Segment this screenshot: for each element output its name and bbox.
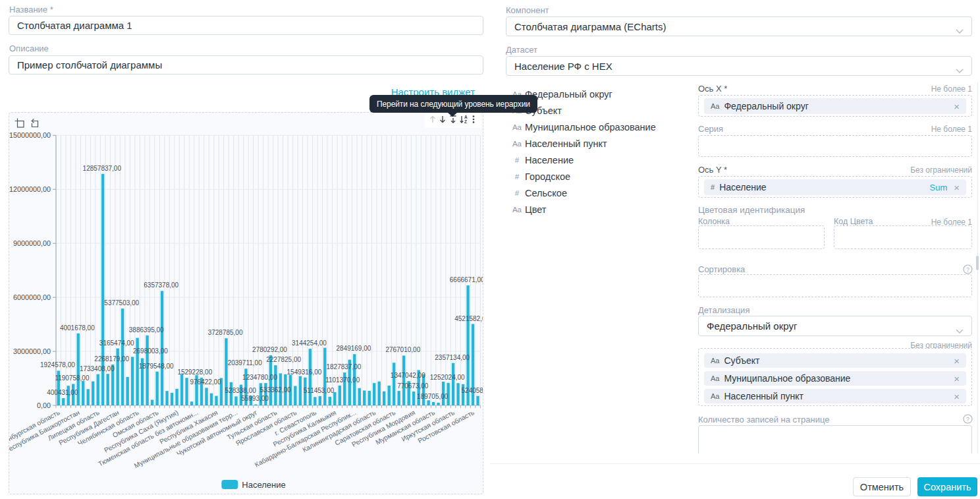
aggregation-tag[interactable]: Sum bbox=[930, 183, 948, 192]
bar[interactable] bbox=[437, 403, 439, 405]
series-dropzone[interactable] bbox=[698, 135, 972, 157]
bar[interactable] bbox=[368, 391, 371, 405]
detail-chip-subject[interactable]: Aa Субъект × bbox=[704, 353, 966, 368]
detail-chip-municipality[interactable]: Aa Муниципальное образование × bbox=[704, 371, 966, 386]
bar[interactable] bbox=[456, 383, 459, 405]
bar[interactable] bbox=[92, 382, 94, 405]
bar[interactable] bbox=[274, 365, 277, 405]
text-type-icon: Aa bbox=[511, 140, 523, 148]
bar[interactable] bbox=[190, 401, 193, 405]
color-column-dropzone[interactable] bbox=[698, 225, 825, 249]
move-down-icon[interactable] bbox=[438, 115, 447, 127]
axis-x-dropzone[interactable]: Aa Федеральный округ × bbox=[698, 95, 972, 117]
bar[interactable] bbox=[210, 394, 213, 405]
bar[interactable] bbox=[402, 355, 405, 405]
help-icon[interactable]: ? bbox=[963, 264, 973, 274]
axis-y-chip[interactable]: # Население Sum × bbox=[704, 179, 966, 195]
bar[interactable] bbox=[476, 396, 479, 405]
detail-select[interactable]: Федеральный округ bbox=[698, 316, 972, 336]
field-item-urban[interactable]: # Городское bbox=[511, 168, 570, 185]
field-item-municipality[interactable]: Aa Муниципальное образование bbox=[511, 119, 656, 135]
bar[interactable] bbox=[171, 393, 173, 405]
bar[interactable] bbox=[358, 388, 361, 405]
svg-text:1234780,00: 1234780,00 bbox=[242, 374, 277, 381]
bar[interactable] bbox=[313, 397, 316, 405]
bar[interactable] bbox=[299, 376, 302, 405]
bar[interactable] bbox=[86, 389, 89, 405]
save-button[interactable]: Сохранить bbox=[917, 477, 977, 496]
bar[interactable] bbox=[205, 388, 207, 405]
dataset-select[interactable]: Население РФ с HEX bbox=[506, 56, 972, 76]
bar[interactable] bbox=[185, 378, 188, 405]
bar[interactable] bbox=[388, 386, 391, 405]
remove-chip-icon[interactable]: × bbox=[954, 183, 960, 192]
bar[interactable] bbox=[254, 404, 257, 405]
axis-y-dropzone[interactable]: # Население Sum × bbox=[698, 176, 972, 198]
bar[interactable] bbox=[397, 391, 400, 405]
description-label: Описание bbox=[9, 44, 49, 53]
zoom-reset-icon[interactable] bbox=[29, 118, 39, 131]
bar[interactable] bbox=[126, 377, 128, 405]
field-item-label: Федеральный округ bbox=[525, 89, 612, 100]
bar[interactable] bbox=[175, 389, 178, 405]
remove-chip-icon[interactable]: × bbox=[954, 102, 960, 111]
bar-chart[interactable]: 0,003000000,006000000,009000000,00120000… bbox=[9, 113, 483, 494]
bar[interactable] bbox=[383, 392, 385, 405]
sort-icon[interactable]: A Z bbox=[459, 115, 468, 127]
detail-chip-settlement[interactable]: Aa Населенный пункт × bbox=[704, 389, 966, 403]
svg-text:Z: Z bbox=[464, 119, 467, 124]
bar[interactable] bbox=[151, 400, 153, 405]
legend-label[interactable]: Население bbox=[242, 480, 285, 490]
move-up-icon[interactable] bbox=[428, 115, 437, 127]
bar[interactable] bbox=[378, 382, 381, 405]
bar[interactable] bbox=[363, 390, 366, 405]
bar[interactable] bbox=[373, 383, 375, 405]
field-item-settlement[interactable]: Aa Населенный пункт bbox=[511, 135, 607, 152]
bar[interactable] bbox=[393, 363, 395, 405]
bar[interactable] bbox=[96, 374, 99, 405]
bar[interactable] bbox=[234, 396, 237, 405]
component-select[interactable]: Столбчатая диаграмма (ECharts) bbox=[506, 16, 972, 36]
bar[interactable] bbox=[82, 381, 84, 405]
series-limit: Не более 1 bbox=[931, 125, 972, 134]
bar[interactable] bbox=[146, 336, 148, 405]
bar[interactable] bbox=[155, 372, 158, 405]
color-code-dropzone[interactable] bbox=[834, 225, 972, 249]
description-input[interactable]: Пример столбчатой диаграммы bbox=[9, 55, 483, 74]
number-type-icon: # bbox=[511, 189, 523, 197]
bar[interactable] bbox=[309, 349, 312, 405]
name-input[interactable]: Столбчатая диаграмма 1 bbox=[9, 16, 483, 35]
bar[interactable] bbox=[427, 400, 429, 405]
bar[interactable] bbox=[225, 338, 227, 405]
help-icon[interactable]: ? bbox=[963, 414, 973, 424]
bar[interactable] bbox=[215, 396, 217, 405]
bar[interactable] bbox=[339, 386, 341, 405]
cancel-button[interactable]: Отменить bbox=[853, 477, 911, 496]
field-item-rural[interactable]: # Сельское bbox=[511, 185, 567, 201]
bar[interactable] bbox=[131, 357, 134, 405]
scrollbar-thumb[interactable] bbox=[976, 256, 979, 270]
bar[interactable] bbox=[62, 398, 65, 405]
field-item-label: Городское bbox=[525, 171, 570, 182]
detail-dropzone[interactable]: Aa Субъект × Aa Муниципальное образовани… bbox=[698, 348, 972, 406]
bar[interactable] bbox=[294, 386, 296, 405]
field-item-color[interactable]: Aa Цвет bbox=[511, 201, 547, 218]
bar[interactable] bbox=[106, 374, 109, 405]
more-menu-icon[interactable] bbox=[469, 115, 478, 127]
bar[interactable] bbox=[329, 397, 331, 405]
legend-swatch[interactable] bbox=[221, 480, 238, 489]
bar[interactable] bbox=[412, 392, 415, 405]
field-item-population[interactable]: # Население bbox=[511, 152, 574, 168]
bar[interactable] bbox=[180, 374, 183, 405]
sorting-dropzone[interactable] bbox=[698, 274, 972, 297]
remove-chip-icon[interactable]: × bbox=[954, 392, 960, 401]
bar[interactable] bbox=[319, 396, 321, 405]
remove-chip-icon[interactable]: × bbox=[954, 356, 960, 366]
zoom-select-icon[interactable] bbox=[14, 118, 24, 131]
bar[interactable] bbox=[452, 363, 454, 405]
bar[interactable] bbox=[432, 402, 435, 405]
axis-x-chip[interactable]: Aa Федеральный округ × bbox=[704, 98, 966, 114]
page-size-input[interactable] bbox=[698, 425, 972, 454]
bar[interactable] bbox=[165, 391, 168, 405]
remove-chip-icon[interactable]: × bbox=[954, 374, 960, 384]
